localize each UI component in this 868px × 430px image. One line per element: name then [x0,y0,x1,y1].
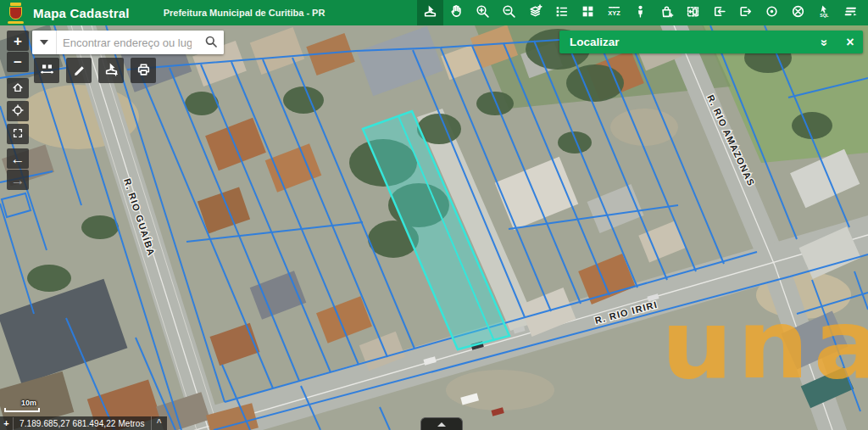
forward-button[interactable]: → [7,170,29,190]
menu-lines-icon [843,4,858,21]
magnifier-plus-icon [476,4,490,21]
svg-text:XYZ: XYZ [608,9,620,17]
attribute-table-tab[interactable] [420,417,463,430]
chevrons-down-icon: » [818,39,832,44]
localizar-title: Localizar [570,36,812,48]
print-button[interactable] [131,58,156,83]
bullet-list-icon [554,4,569,21]
swipe-icon [40,62,54,79]
svg-text:SQL: SQL [820,13,828,18]
box-arrow-in-icon [712,4,726,21]
localizar-panel-header: Localizar » × [559,31,863,53]
tool-zoom-in[interactable] [470,0,496,25]
home-button[interactable] [7,78,29,98]
tool-export[interactable] [732,0,759,25]
search-bar [32,31,224,54]
draw-measure-button[interactable] [66,58,92,83]
page-subtitle: Prefeitura Municipal de Curitiba - PR [164,8,326,18]
select-features-button[interactable] [98,58,124,83]
magnifier-icon [204,35,218,51]
tool-pan[interactable] [443,0,470,25]
locate-button[interactable] [7,101,29,121]
localizar-collapse-button[interactable]: » [812,31,837,53]
localizar-close-button[interactable]: × [837,31,863,53]
tool-xyz-coordinates[interactable]: XYZ [601,0,627,25]
map-canvas[interactable]: R. RIO GUAÍBA R. RIO AMAZONAS R. RIO IRI… [0,25,868,430]
curitiba-crest-logo [8,3,24,24]
chevron-up-icon [437,422,446,427]
bag-plus-icon [659,4,674,21]
close-icon: × [846,35,854,50]
tool-add-data[interactable] [654,0,680,25]
cursor-map-plus-icon [104,62,119,79]
scale-bar: 10m [4,399,40,412]
panel-door-icon [686,4,700,21]
page-title: Mapa Cadastral [33,6,130,20]
coordinates-collapse-button[interactable]: ^ [151,416,167,430]
cursor-map-icon [423,4,437,21]
printer-icon [136,62,151,79]
grid-icon [581,4,595,21]
zoom-in-button[interactable]: + [7,31,29,51]
fullscreen-button[interactable] [7,124,29,144]
magnifier-minus-icon [502,4,516,21]
layers-plus-icon [528,4,542,21]
scale-label: 10m [21,399,40,407]
main-toolbar: XYZ [417,0,864,25]
locate-icon [12,104,24,119]
tool-side-panel[interactable] [680,0,706,25]
box-arrow-out-icon [738,4,753,21]
search-input[interactable] [57,31,198,54]
search-source-dropdown[interactable] [32,31,57,54]
search-button[interactable] [198,31,224,54]
tool-map-tools[interactable] [785,0,811,25]
pencil-icon [72,62,86,79]
tool-sql-query[interactable]: SQL [811,0,837,25]
tool-center-target[interactable] [759,0,785,25]
tool-street-view[interactable] [627,0,654,25]
back-button[interactable]: ← [7,148,29,169]
tool-menu[interactable] [837,0,864,25]
home-icon [12,81,24,96]
sql-icon: SQL [817,4,832,21]
top-bar: Mapa Cadastral Prefeitura Municipal de C… [0,0,868,25]
coordinates-bar: + 7.189.685,27 681.494,22 Metros ^ [0,416,167,430]
pegman-icon [633,4,648,21]
target-icon [765,4,779,21]
swipe-compare-button[interactable] [34,58,59,83]
tool-import[interactable] [706,0,732,25]
globe-tools-icon [791,4,805,21]
xyz-icon: XYZ [607,4,621,21]
tool-add-layers[interactable] [522,0,548,25]
secondary-toolbar [34,58,156,83]
scale-line [4,408,40,412]
tool-legend[interactable] [548,0,575,25]
hand-icon [449,4,464,21]
tool-basemap-gallery[interactable] [575,0,601,25]
crosshair-icon: + [0,417,14,430]
caret-down-icon [40,40,48,45]
fullscreen-icon [12,127,24,142]
tool-zoom-out[interactable] [496,0,522,25]
tool-identify[interactable] [417,0,443,25]
zoom-out-button[interactable]: − [7,52,29,72]
coordinates-readout: 7.189.685,27 681.494,22 Metros [14,419,151,428]
